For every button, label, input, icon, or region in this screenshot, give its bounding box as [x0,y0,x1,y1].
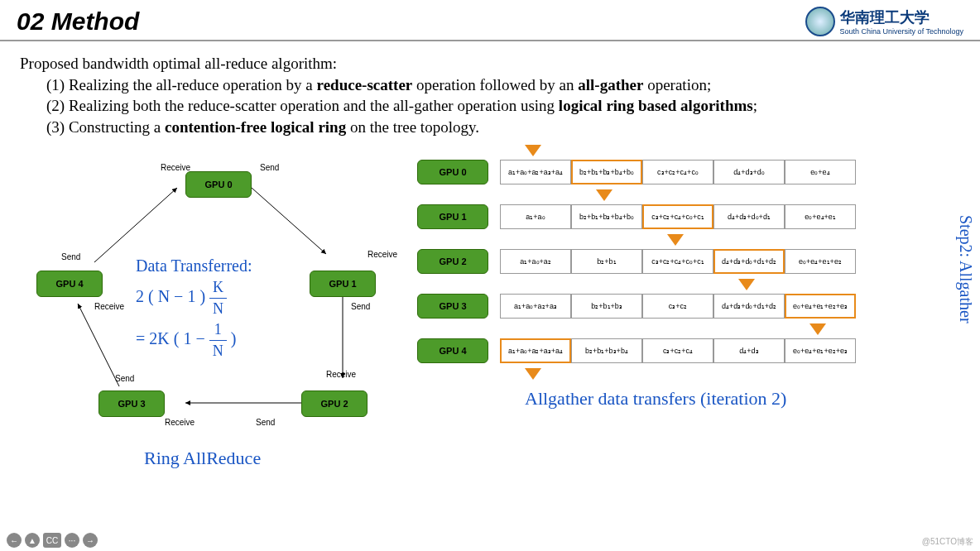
grid-row: GPU 3a₁+a₀+a₂+a₃b₂+b₁+b₃c₃+c₂d₄+d₃+d₀+d₁… [417,294,960,319]
ring-node-gpu4: GPU 4 [36,271,103,297]
ring-diagram: GPU 0 GPU 1 GPU 2 GPU 3 GPU 4 Receive Se… [20,155,401,469]
logo-cn: 华南理工大学 [840,7,963,27]
ring-node-gpu2: GPU 2 [301,390,368,417]
grid-cell: c₃+c₂+c₄+c₀+c₁ [642,204,713,229]
grid-cell: b₂+b₁ [571,249,642,274]
nav-footer: ← ▲ CC ··· → [7,533,98,548]
recv-label: Receive [368,250,397,259]
grid-cell: a₁+a₀+a₂+a₃+a₄ [500,160,571,184]
nav-prev-button[interactable]: ← [7,533,22,548]
ring-node-gpu0: GPU 0 [185,171,252,198]
allgather-caption: Allgather data transfers (iteration 2) [525,388,960,410]
grid-cell: e₀+e₄+e₁ [785,204,856,229]
grid-cell: c₃+c₂ [642,294,713,319]
recv-label: Receive [165,418,195,427]
grid-cell: e₀+e₄ [785,160,856,184]
grid-row: GPU 0a₁+a₀+a₂+a₃+a₄b₂+b₁+b₃+b₄+b₀c₃+c₂+c… [417,160,960,184]
grid-cell: a₁+a₀+a₂ [500,249,571,274]
grid-cell: b₂+b₁+b₃ [571,294,642,319]
step-label: Step2: Allgather [956,215,975,323]
grid-cell: d₄+d₃+d₀+d₁+d₂ [713,249,785,274]
grid-cell: c₃+c₂+c₄+c₀+c₁ [642,249,713,274]
svg-line-4 [94,188,177,262]
recv-label: Receive [326,370,356,379]
arrow-down-icon [667,234,684,246]
grid-cell: e₀+e₄+e₁+e₂+e₃ [785,338,856,363]
intro-line-1: (1) Realizing the all-reduce operation b… [46,74,960,96]
logo-en: South China University of Technology [840,27,963,36]
grid-cell: a₁+a₀+a₂+a₃ [500,294,571,319]
grid-gpu-label: GPU 4 [417,338,488,363]
arrow-down-icon [525,145,541,156]
svg-line-3 [78,304,119,386]
arrow-down-icon [525,368,541,380]
grid-cell: d₄+d₃+d₀+d₁+d₂ [713,294,785,319]
allgather-diagram: GPU 0a₁+a₀+a₂+a₃+a₄b₂+b₁+b₃+b₄+b₀c₃+c₂+c… [417,155,960,486]
grid-cell: a₁+a₀+a₂+a₃+a₄ [500,338,571,363]
ring-node-gpu3: GPU 3 [98,390,165,417]
intro-text: Proposed bandwidth optimal all-reduce al… [20,53,960,138]
grid-cell: b₂+b₁+b₃+b₄ [571,338,642,363]
slide-content: Proposed bandwidth optimal all-reduce al… [0,41,980,486]
intro-line-2: (2) Realizing both the reduce-scatter op… [46,95,960,117]
grid-cell: e₀+e₄+e₁+e₂ [785,249,856,274]
grid-gpu-label: GPU 3 [417,294,488,319]
send-label: Send [115,374,134,383]
intro-line-0: Proposed bandwidth optimal all-reduce al… [20,53,960,74]
watermark: @51CTO博客 [922,536,973,548]
grid-cell: b₂+b₁+b₃+b₄+b₀ [571,160,642,184]
grid-cell: d₄+d₃ [713,338,785,363]
nav-up-button[interactable]: ▲ [25,533,40,548]
intro-line-3: (3) Constructing a contention-free logic… [46,117,960,138]
formula: Data Transferred: 2 ( N − 1 ) KN = 2K ( … [136,254,252,362]
arrow-down-icon [738,279,755,290]
university-logo: 华南理工大学 South China University of Technol… [805,7,963,36]
arrow-down-icon [596,189,612,201]
ring-caption: Ring AllReduce [144,448,261,469]
grid-cell: c₃+c₂+c₄ [642,338,713,363]
send-label: Send [351,302,370,311]
nav-cc-button[interactable]: CC [43,533,61,548]
send-label: Send [260,163,279,172]
grid-gpu-label: GPU 2 [417,249,488,274]
grid-row: GPU 4a₁+a₀+a₂+a₃+a₄b₂+b₁+b₃+b₄c₃+c₂+c₄d₄… [417,338,960,363]
grid-cell: d₄+d₃+d₀+d₁ [713,204,785,229]
grid-row: GPU 2a₁+a₀+a₂b₂+b₁c₃+c₂+c₄+c₀+c₁d₄+d₃+d₀… [417,249,960,274]
svg-line-0 [252,188,326,254]
recv-label: Receive [94,302,124,311]
grid-gpu-label: GPU 1 [417,204,488,229]
nav-more-button[interactable]: ··· [65,533,79,548]
formula-title: Data Transferred: [136,254,252,277]
nav-next-button[interactable]: → [83,533,98,548]
grid-cell: c₃+c₂+c₄+c₀ [642,160,713,184]
slide-title: 02 Method [17,7,139,36]
slide-header: 02 Method 华南理工大学 South China University … [0,0,980,41]
grid-cell: a₁+a₀ [500,204,571,229]
send-label: Send [61,252,80,261]
grid-cell: d₄+d₃+d₀ [713,160,785,184]
ring-node-gpu1: GPU 1 [310,271,376,297]
grid-cell: e₀+e₄+e₁+e₂+e₃ [785,294,856,319]
grid-cell: b₂+b₁+b₃+b₄+b₀ [571,204,642,229]
recv-label: Receive [161,163,190,172]
grid-row: GPU 1a₁+a₀b₂+b₁+b₃+b₄+b₀c₃+c₂+c₄+c₀+c₁d₄… [417,204,960,229]
send-label: Send [256,418,275,427]
grid-gpu-label: GPU 0 [417,160,488,184]
arrow-down-icon [809,323,826,335]
logo-emblem-icon [805,7,835,36]
